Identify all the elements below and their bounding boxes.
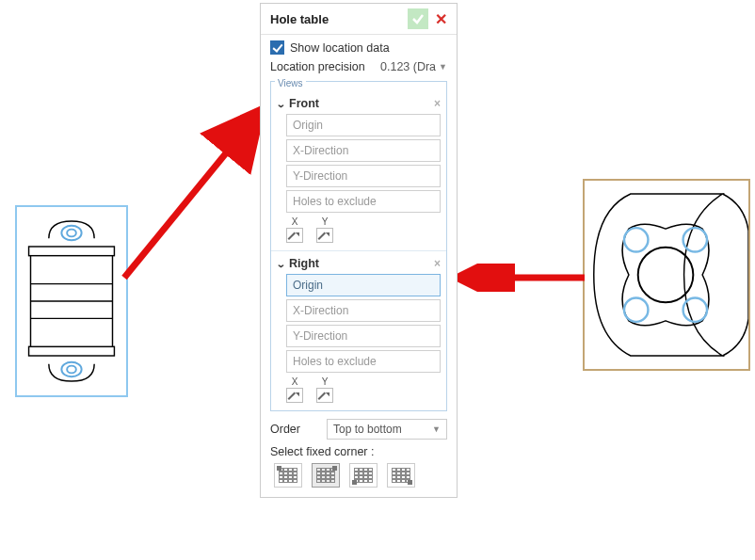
svg-point-0 — [61, 226, 81, 240]
chevron-down-icon: ⌄ — [276, 259, 285, 269]
flip-x-button[interactable] — [286, 228, 303, 243]
chevron-down-icon: ▼ — [439, 62, 447, 72]
order-select[interactable]: Top to bottom▼ — [327, 419, 447, 440]
svg-point-13 — [624, 297, 648, 321]
view-section-right: ⌄ Right × Origin X-Direction Y-Direction… — [271, 250, 446, 410]
origin-field[interactable]: Origin — [286, 274, 441, 296]
hole-table-dialog: Hole table ✕ Show location data Location… — [260, 3, 458, 498]
origin-field[interactable]: Origin — [286, 114, 441, 136]
remove-view-icon[interactable]: × — [434, 257, 441, 270]
flip-y-button[interactable] — [316, 388, 333, 403]
exclude-field[interactable]: Holes to exclude — [286, 350, 441, 373]
precision-label: Location precision — [270, 60, 365, 73]
confirm-button[interactable] — [408, 8, 428, 29]
corner-bottom-left-button[interactable] — [349, 463, 378, 488]
show-location-label: Show location data — [290, 41, 390, 55]
view-section-front: ⌄ Front × Origin X-Direction Y-Direction… — [271, 95, 446, 250]
chevron-down-icon: ▼ — [432, 424, 441, 434]
order-label: Order — [270, 423, 300, 436]
svg-point-14 — [683, 297, 707, 321]
corner-top-left-button[interactable] — [274, 463, 302, 488]
ydir-field[interactable]: Y-Direction — [286, 165, 441, 187]
fixed-corner-label: Select fixed corner : — [270, 445, 447, 458]
view-header-front[interactable]: ⌄ Front × — [277, 95, 441, 114]
svg-rect-4 — [29, 346, 115, 356]
svg-point-10 — [638, 248, 694, 303]
view-header-right[interactable]: ⌄ Right × — [277, 255, 441, 274]
corner-bottom-right-button[interactable] — [387, 463, 415, 488]
annotation-arrow-right — [448, 264, 589, 292]
views-box: Views ⌄ Front × Origin X-Direction Y-Dir… — [270, 81, 447, 411]
svg-point-9 — [67, 366, 76, 374]
flip-y-button[interactable] — [316, 228, 333, 243]
show-location-checkbox[interactable] — [270, 40, 284, 55]
svg-point-1 — [67, 230, 76, 237]
remove-view-icon[interactable]: × — [434, 97, 441, 110]
svg-line-15 — [124, 108, 263, 278]
svg-point-8 — [61, 362, 81, 376]
dialog-title: Hole table — [270, 12, 406, 26]
precision-select[interactable]: 0.123 (Dra▼ — [380, 60, 447, 73]
svg-rect-3 — [29, 247, 115, 256]
ydir-field[interactable]: Y-Direction — [286, 325, 441, 347]
views-label: Views — [275, 78, 306, 88]
xdir-field[interactable]: X-Direction — [286, 299, 441, 322]
view-name: Right — [289, 257, 319, 270]
close-button[interactable]: ✕ — [430, 8, 451, 29]
flip-x-button[interactable] — [286, 388, 303, 403]
svg-point-12 — [683, 228, 707, 251]
xdir-field[interactable]: X-Direction — [286, 139, 441, 162]
corner-top-right-button[interactable] — [312, 463, 340, 488]
dialog-header: Hole table ✕ — [261, 4, 457, 35]
chevron-down-icon: ⌄ — [276, 99, 285, 109]
drawing-view-front[interactable] — [15, 205, 128, 397]
exclude-field[interactable]: Holes to exclude — [286, 190, 441, 213]
drawing-view-right[interactable] — [583, 179, 750, 371]
annotation-arrow-left — [117, 99, 272, 282]
view-name: Front — [289, 97, 319, 110]
svg-point-11 — [624, 228, 648, 251]
